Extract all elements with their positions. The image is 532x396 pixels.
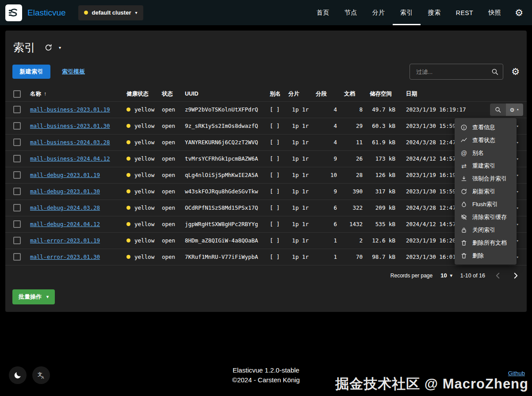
row-checkbox[interactable] [13, 138, 21, 146]
options-caret-icon: ▾ [517, 255, 519, 259]
options-caret-icon: ▾ [517, 108, 519, 112]
refresh-button[interactable] [44, 43, 53, 52]
records-per-page-label: Records per page [390, 273, 432, 279]
nav-item-snapshots[interactable]: 快照 [481, 0, 509, 25]
settings-gear-icon[interactable]: ⚙ [509, 8, 527, 18]
health-label: yellow [134, 237, 154, 244]
menu-item-force-merge[interactable]: 强制合并索引 [455, 172, 517, 185]
cluster-selector[interactable]: default cluster ▾ [78, 5, 143, 20]
table-row[interactable]: mall-debug-2024.04.12 yellow open jgpWRg… [5, 216, 527, 232]
health-label: yellow [134, 221, 154, 227]
segments-cell: 4 [312, 134, 341, 150]
table-row[interactable]: mall-business-2023.01.30 yellow open 9z_… [5, 118, 527, 134]
index-name-link[interactable]: mall-business-2023.01.19 [30, 106, 110, 113]
index-name-link[interactable]: mall-error-2023.01.30 [30, 254, 100, 260]
next-page-button[interactable] [511, 271, 521, 281]
docs-cell: 11 [341, 134, 366, 150]
row-checkbox[interactable] [13, 204, 21, 211]
index-name-link[interactable]: mall-debug-2024.03.28 [30, 204, 100, 211]
health-yellow-dot [126, 157, 130, 161]
table-row[interactable]: mall-debug-2023.01.19 yellow open qLg4nl… [5, 167, 527, 183]
row-options-button[interactable]: ⚙▾ [506, 104, 523, 116]
table-row[interactable]: mall-debug-2024.03.28 yellow open OCdRPf… [5, 200, 527, 216]
row-checkbox[interactable] [13, 106, 21, 113]
index-templates-link[interactable]: 索引模板 [62, 68, 85, 76]
col-header-docs[interactable]: 文档 [341, 87, 366, 101]
menu-item-refresh-index[interactable]: 刷新索引 [455, 185, 517, 198]
status-cell: open [158, 232, 181, 249]
bulk-actions-button[interactable]: 批量操作 ▾ [12, 289, 55, 304]
aliases-cell: [ ] [266, 150, 285, 167]
col-header-segments[interactable]: 分段 [312, 87, 341, 101]
nav-item-rest[interactable]: REST [448, 0, 481, 25]
menu-item-close-index[interactable]: 关闭索引 [455, 223, 517, 236]
prev-page-button[interactable] [493, 271, 503, 281]
storage-cell: 535 kB [366, 216, 399, 232]
index-name-link[interactable]: mall-business-2023.01.30 [30, 123, 110, 129]
uuid-cell: qLg4nlOiSjSpMhKwIE2A5A [181, 167, 266, 183]
segments-cell: 6 [312, 200, 341, 216]
col-header-uuid[interactable]: UUID [181, 87, 266, 101]
menu-item-show-info[interactable]: 查看信息 [455, 121, 517, 134]
app-title[interactable]: Elasticvue [27, 8, 66, 18]
row-search-button[interactable] [490, 104, 506, 116]
table-settings-gear-icon[interactable]: ⚙ [511, 66, 520, 77]
menu-item-clear-cache[interactable]: 清除索引缓存 [455, 211, 517, 223]
row-checkbox[interactable] [13, 122, 21, 130]
nav-item-search[interactable]: 搜索 [421, 0, 448, 25]
filter-input[interactable] [415, 68, 491, 76]
menu-item-reindex[interactable]: ⇄ 重建索引 [455, 159, 517, 172]
col-header-health[interactable]: 健康状态 [123, 87, 158, 101]
col-header-date[interactable]: 日期 [399, 87, 469, 101]
page-title: 索引 [13, 40, 35, 55]
lock-icon [460, 226, 468, 234]
top-navbar: Elasticvue default cluster ▾ 首页 节点 分片 索引… [0, 0, 532, 25]
new-index-button[interactable]: 新建索引 [12, 65, 50, 79]
nav-item-indices[interactable]: 索引 [393, 0, 421, 25]
app-version: Elasticvue 1.2.0-stable [0, 365, 532, 375]
alias-icon: @ [460, 149, 468, 157]
storage-cell: 49.7 kB [366, 101, 399, 118]
table-row[interactable]: mall-business-2024.03.28 yellow open YAN… [5, 134, 527, 150]
col-header-name[interactable]: 名称↑ [27, 87, 123, 101]
index-name-link[interactable]: mall-debug-2024.04.12 [30, 221, 100, 227]
col-header-status[interactable]: 状态 [158, 87, 181, 101]
table-row[interactable]: mall-business-2023.01.19 yellow open z9W… [5, 101, 527, 118]
table-row[interactable]: mall-error-2023.01.19 yellow open 8HDm_a… [5, 232, 527, 249]
row-checkbox[interactable] [13, 237, 21, 244]
index-name-link[interactable]: mall-business-2024.03.28 [30, 139, 110, 146]
row-checkbox[interactable] [13, 171, 21, 179]
nav-item-shards[interactable]: 分片 [365, 0, 393, 25]
aliases-cell: [ ] [266, 232, 285, 249]
col-header-aliases[interactable]: 别名 [266, 87, 285, 101]
table-row[interactable]: mall-error-2023.01.30 yellow open 7KRuf1… [5, 249, 527, 265]
col-header-storage[interactable]: 储存空间 [366, 87, 399, 101]
select-all-checkbox[interactable] [13, 90, 21, 98]
refresh-options-caret[interactable]: ▾ [59, 46, 61, 50]
docs-cell: 1432 [341, 216, 366, 232]
menu-item-flush-index[interactable]: Flush索引 [455, 198, 517, 211]
uuid-cell: OCdRPfN1SzS8Md15PSx17Q [181, 200, 266, 216]
health-label: yellow [134, 155, 154, 162]
col-header-shards[interactable]: 分片 [285, 87, 312, 101]
elasticvue-logo[interactable] [5, 4, 22, 21]
row-checkbox[interactable] [13, 188, 21, 195]
index-name-link[interactable]: mall-error-2023.01.19 [30, 237, 100, 244]
nav-item-home[interactable]: 首页 [309, 0, 337, 25]
storage-cell: 60.3 kB [366, 118, 399, 134]
nav-item-nodes[interactable]: 节点 [337, 0, 365, 25]
index-name-link[interactable]: mall-debug-2023.01.30 [30, 188, 100, 195]
row-checkbox[interactable] [13, 220, 21, 228]
per-page-select[interactable]: 10 ▾ [440, 272, 452, 279]
menu-item-show-stats[interactable]: 查看状态 [455, 134, 517, 146]
menu-item-delete-all-docs[interactable]: 删除所有文档 [455, 236, 517, 249]
table-row[interactable]: mall-business-2024.04.12 yellow open tvM… [5, 150, 527, 167]
index-name-link[interactable]: mall-debug-2023.01.19 [30, 172, 100, 178]
row-checkbox[interactable] [13, 253, 21, 261]
table-row[interactable]: mall-debug-2023.01.30 yellow open w43skF… [5, 183, 527, 200]
status-cell: open [158, 101, 181, 118]
menu-item-aliases[interactable]: @ 别名 [455, 146, 517, 159]
row-checkbox[interactable] [13, 155, 21, 162]
index-name-link[interactable]: mall-business-2024.04.12 [30, 155, 110, 162]
menu-item-delete[interactable]: 删除 [455, 249, 517, 262]
